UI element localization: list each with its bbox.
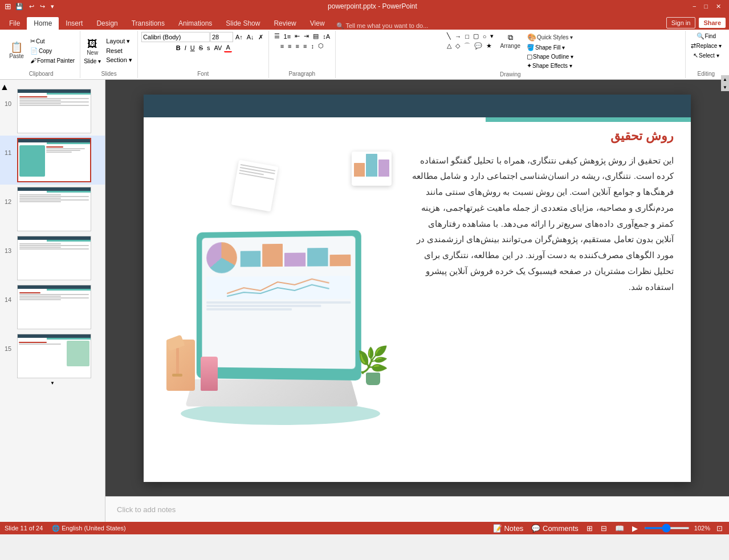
- layout-btn[interactable]: Layout ▾: [104, 37, 134, 46]
- qat-redo[interactable]: ↪: [38, 2, 47, 11]
- underline-btn[interactable]: U: [189, 43, 197, 52]
- font-size-input[interactable]: [210, 32, 233, 42]
- shape-star-btn[interactable]: ★: [484, 41, 494, 51]
- section-btn[interactable]: Section ▾: [104, 56, 134, 64]
- slide-sorter-btn[interactable]: ⊟: [599, 524, 609, 533]
- maximize-btn[interactable]: □: [701, 3, 711, 10]
- share-btn[interactable]: Share: [699, 18, 726, 28]
- notes-btn[interactable]: 📝 Notes: [491, 524, 526, 533]
- paste-btn[interactable]: 📋 Paste: [6, 41, 27, 60]
- scroll-down-btn[interactable]: ▼: [721, 83, 729, 91]
- shape-callout-btn[interactable]: 💬: [473, 41, 484, 51]
- bullets-btn[interactable]: ☰: [272, 32, 282, 40]
- normal-view-btn[interactable]: ⊞: [585, 524, 594, 533]
- shape-line-btn[interactable]: ╲: [445, 32, 453, 40]
- thumb-item-13[interactable]: 13: [0, 234, 105, 283]
- tab-transitions[interactable]: Transitions: [125, 17, 172, 30]
- shape-arrow-btn[interactable]: →: [453, 32, 463, 40]
- shape-diamond-btn[interactable]: ◇: [454, 41, 462, 51]
- quick-styles-btn[interactable]: 🎨 Quick Styles ▾: [525, 32, 575, 43]
- shape-rect-btn[interactable]: □: [463, 32, 471, 40]
- font-color-btn[interactable]: A: [224, 43, 231, 52]
- decrease-font-btn[interactable]: A↓: [245, 32, 256, 42]
- thumb-item-10[interactable]: 10: [0, 87, 105, 136]
- thumb-num-10: 10: [5, 100, 14, 107]
- qat-undo[interactable]: ↩: [27, 2, 36, 11]
- qat-save[interactable]: 💾: [14, 2, 25, 11]
- shape-curve-btn[interactable]: ⌒: [462, 41, 472, 51]
- shadow-btn[interactable]: s: [205, 43, 212, 52]
- copy-btn[interactable]: 📄Copy: [28, 47, 76, 55]
- tab-file[interactable]: File: [2, 17, 27, 30]
- tab-home[interactable]: Home: [27, 17, 59, 30]
- reset-btn[interactable]: Reset: [104, 47, 134, 55]
- tab-animations[interactable]: Animations: [172, 17, 219, 30]
- increase-indent-btn[interactable]: ⇥: [302, 32, 311, 40]
- font-name-input[interactable]: [141, 32, 210, 42]
- find-btn[interactable]: 🔍Find: [695, 32, 718, 40]
- shape-rounded-btn[interactable]: ▢: [471, 32, 480, 40]
- tell-me-input[interactable]: 🔍 Tell me what you want to do...: [336, 22, 429, 30]
- qat-customize[interactable]: ▾: [49, 2, 56, 11]
- notes-area[interactable]: Click to add notes: [105, 496, 729, 522]
- cut-btn[interactable]: ✂Cut: [28, 37, 76, 46]
- slide-canvas[interactable]: ▲ ▼: [105, 80, 729, 496]
- plant-leaves: 🌿: [357, 347, 389, 373]
- close-btn[interactable]: ✕: [712, 3, 724, 10]
- numbering-btn[interactable]: 1≡: [282, 32, 293, 40]
- shape-fill-btn[interactable]: 🪣Shape Fill ▾: [525, 43, 575, 52]
- slideshow-btn[interactable]: ▶: [630, 524, 640, 533]
- arrange-btn[interactable]: ⧉ Arrange: [498, 32, 523, 50]
- zoom-slider[interactable]: [644, 527, 690, 529]
- slide-content[interactable]: 🌿: [144, 95, 691, 482]
- thumb-img-13: [17, 236, 91, 280]
- align-right-btn[interactable]: ≡: [294, 42, 301, 50]
- select-btn[interactable]: ↖Select ▾: [691, 51, 721, 60]
- justify-btn[interactable]: ≡: [302, 42, 308, 50]
- status-right: 📝 Notes 💬 Comments ⊞ ⊟ 📖 ▶ 102% ⊡: [491, 524, 724, 533]
- tab-slideshow[interactable]: Slide Show: [219, 17, 267, 30]
- bar-3: [284, 252, 305, 266]
- shape-more-btn[interactable]: ▾: [488, 32, 495, 40]
- minimize-btn[interactable]: −: [689, 3, 699, 10]
- text-direction-btn[interactable]: ↕A: [321, 32, 332, 40]
- tab-view[interactable]: View: [303, 17, 332, 30]
- slide-text-area[interactable]: روش تحقیق این تحقیق از روش پژوهش کیفی نت…: [412, 123, 674, 471]
- italic-btn[interactable]: I: [183, 43, 188, 52]
- char-spacing-btn[interactable]: AV: [213, 43, 224, 52]
- increase-font-btn[interactable]: A↑: [234, 32, 245, 42]
- tab-insert[interactable]: Insert: [59, 17, 89, 30]
- align-left-btn[interactable]: ≡: [279, 42, 286, 50]
- fit-slide-btn[interactable]: ⊡: [715, 524, 724, 533]
- clear-format-btn[interactable]: ✗: [256, 32, 265, 42]
- bold-btn[interactable]: B: [174, 43, 182, 52]
- columns-btn[interactable]: ▤: [311, 32, 320, 40]
- thumb-scroll-up[interactable]: ▲: [0, 82, 105, 87]
- sign-in-btn[interactable]: Sign in: [666, 17, 696, 28]
- thumb-item-11[interactable]: 11: [0, 136, 105, 185]
- align-center-btn[interactable]: ≡: [286, 42, 293, 50]
- format-painter-btn[interactable]: 🖌Format Painter: [28, 56, 76, 64]
- thumb-num-13: 13: [5, 247, 14, 254]
- bar-chart: [241, 243, 351, 267]
- strikethrough-btn[interactable]: S: [197, 43, 205, 52]
- line-spacing-btn[interactable]: ↕: [309, 42, 316, 50]
- comments-btn[interactable]: 💬 Comments: [530, 524, 580, 533]
- thumb-scroll-down[interactable]: ▼: [0, 381, 105, 385]
- tab-review[interactable]: Review: [267, 17, 303, 30]
- thumb-item-15[interactable]: 15: [0, 332, 105, 381]
- vertical-scrollbar[interactable]: ▲ ▼: [721, 80, 729, 91]
- reading-view-btn[interactable]: 📖: [613, 524, 626, 533]
- replace-btn[interactable]: ⇄Replace ▾: [689, 42, 723, 50]
- shape-outline-btn[interactable]: ▢Shape Outline ▾: [525, 52, 575, 61]
- new-slide-btn[interactable]: 🖼 New: [84, 38, 100, 57]
- tab-design[interactable]: Design: [89, 17, 124, 30]
- thumb-item-14[interactable]: 14: [0, 283, 105, 332]
- shape-tri-btn[interactable]: △: [445, 41, 453, 51]
- shape-ellipse-btn[interactable]: ○: [481, 32, 488, 40]
- new-slide-label[interactable]: Slide ▾: [84, 58, 101, 64]
- decrease-indent-btn[interactable]: ⇤: [293, 32, 302, 40]
- smartart-btn[interactable]: ⬡: [316, 42, 325, 50]
- shape-effects-btn[interactable]: ✦Shape Effects ▾: [525, 62, 575, 70]
- thumb-item-12[interactable]: 12: [0, 185, 105, 234]
